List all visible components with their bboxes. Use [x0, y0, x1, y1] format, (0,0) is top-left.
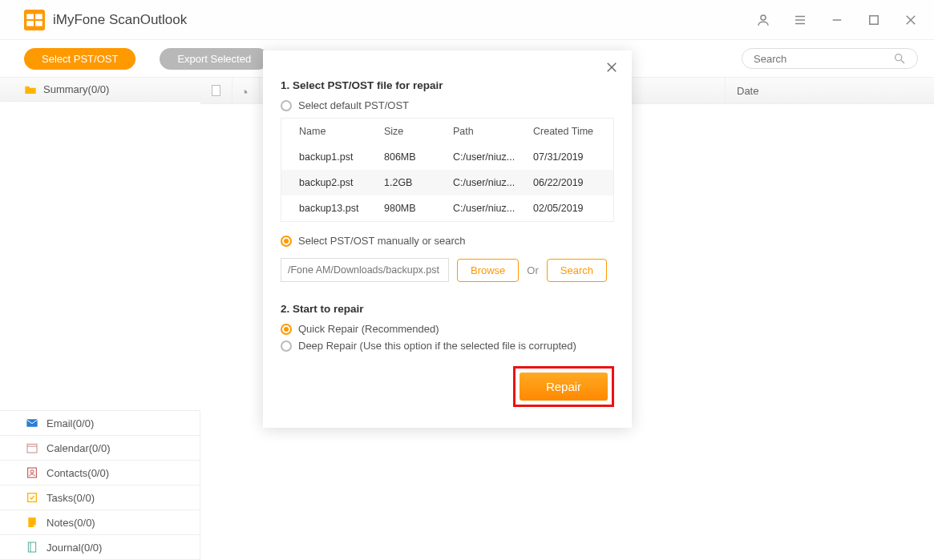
- user-icon[interactable]: [756, 13, 770, 27]
- cat-label: Calendar(0/0): [46, 442, 111, 454]
- header-date[interactable]: Date: [726, 78, 934, 103]
- tasks-icon: [26, 491, 38, 504]
- radio-icon: [281, 100, 292, 111]
- minimize-icon[interactable]: [830, 13, 844, 27]
- step2-title: 2. Start to repair: [281, 303, 614, 315]
- contacts-icon: [26, 466, 38, 479]
- close-icon[interactable]: [904, 13, 918, 27]
- step1-title: 1. Select PST/OST file for repair: [281, 79, 614, 91]
- header-attachment-icon: [232, 78, 260, 103]
- cat-calendar[interactable]: Calendar(0/0): [0, 436, 200, 461]
- cat-notes[interactable]: Notes(0/0): [0, 510, 200, 535]
- search-icon[interactable]: [893, 52, 906, 65]
- sidebar: Summary(0/0) Email(0/0) Calendar(0/0) Co…: [0, 77, 200, 560]
- cat-contacts[interactable]: Contacts(0/0): [0, 461, 200, 485]
- cat-label: Tasks(0/0): [46, 492, 95, 504]
- cat-email[interactable]: Email(0/0): [0, 411, 200, 436]
- journal-icon: [26, 541, 38, 554]
- cat-label: Notes(0/0): [46, 517, 95, 529]
- browse-button[interactable]: Browse: [457, 259, 519, 282]
- modal-close-icon[interactable]: [604, 60, 619, 75]
- radio-quick-label: Quick Repair (Recommended): [298, 323, 439, 335]
- svg-rect-0: [26, 14, 34, 19]
- cat-label: Contacts(0/0): [46, 467, 109, 479]
- notes-icon: [26, 516, 38, 529]
- svg-rect-14: [26, 419, 37, 426]
- cat-tasks[interactable]: Tasks(0/0): [0, 485, 200, 510]
- header-checkbox[interactable]: [200, 78, 232, 103]
- svg-rect-25: [28, 542, 35, 552]
- svg-rect-1: [35, 14, 42, 19]
- th-path: Path: [445, 119, 525, 144]
- radio-manual-pst[interactable]: Select PST/OST manually or search: [281, 235, 614, 247]
- titlebar: iMyFone ScanOutlook: [0, 0, 934, 40]
- app-logo-icon: [24, 10, 45, 30]
- cat-label: Journal(0/0): [46, 542, 102, 554]
- svg-rect-15: [27, 444, 37, 453]
- svg-rect-2: [26, 21, 34, 26]
- svg-rect-9: [870, 15, 879, 24]
- file-row[interactable]: backup2.pst 1.2GB C:/user/niuz... 06/22/…: [281, 170, 613, 195]
- maximize-icon[interactable]: [867, 13, 881, 27]
- repair-modal: 1. Select PST/OST file for repair Select…: [263, 50, 632, 428]
- radio-quick-repair[interactable]: Quick Repair (Recommended): [281, 323, 614, 335]
- svg-point-23: [30, 470, 34, 473]
- radio-icon: [281, 324, 292, 335]
- or-label: Or: [527, 264, 538, 276]
- radio-deep-label: Deep Repair (Use this option if the sele…: [298, 340, 576, 352]
- radio-icon: [281, 236, 292, 247]
- folder-icon: [24, 84, 37, 95]
- tree-summary[interactable]: Summary(0/0): [0, 77, 200, 102]
- radio-icon: [281, 340, 292, 352]
- search-box[interactable]: [742, 48, 918, 69]
- select-pst-button[interactable]: Select PST/OST: [24, 48, 135, 70]
- title-actions: [756, 13, 918, 27]
- radio-deep-repair[interactable]: Deep Repair (Use this option if the sele…: [281, 340, 614, 352]
- svg-rect-3: [35, 21, 42, 26]
- search-input[interactable]: [754, 53, 893, 65]
- radio-manual-label: Select PST/OST manually or search: [298, 235, 466, 247]
- th-size: Size: [376, 119, 445, 144]
- file-row[interactable]: backup13.pst 980MB C:/user/niuz... 02/05…: [281, 195, 613, 221]
- repair-highlight: Repair: [513, 366, 614, 407]
- svg-rect-24: [28, 494, 37, 502]
- file-table: Name Size Path Created Time backup1.pst …: [281, 118, 614, 222]
- svg-line-13: [901, 60, 904, 63]
- app-title: iMyFone ScanOutlook: [53, 12, 756, 28]
- radio-default-pst[interactable]: Select default PST/OST: [281, 99, 614, 111]
- svg-point-12: [896, 54, 902, 61]
- export-selected-button: Export Selected: [160, 48, 269, 70]
- file-table-header: Name Size Path Created Time: [281, 119, 613, 144]
- radio-default-label: Select default PST/OST: [298, 99, 409, 111]
- svg-point-4: [761, 15, 766, 20]
- cat-label: Email(0/0): [46, 417, 94, 429]
- path-input[interactable]: /Fone AM/Downloads/backupx.pst: [281, 258, 449, 282]
- th-name: Name: [281, 119, 376, 144]
- tree-summary-label: Summary(0/0): [43, 83, 109, 95]
- menu-icon[interactable]: [793, 13, 807, 27]
- tree: Summary(0/0): [0, 77, 200, 410]
- cat-journal[interactable]: Journal(0/0): [0, 535, 200, 559]
- repair-button[interactable]: Repair: [520, 373, 608, 401]
- svg-rect-22: [28, 468, 37, 477]
- path-row: /Fone AM/Downloads/backupx.pst Browse Or…: [281, 258, 614, 282]
- file-row[interactable]: backup1.pst 806MB C:/user/niuz... 07/31/…: [281, 144, 613, 170]
- calendar-icon: [26, 441, 38, 454]
- th-created: Created Time: [525, 119, 613, 144]
- search-button[interactable]: Search: [547, 259, 607, 282]
- category-list: Email(0/0) Calendar(0/0) Contacts(0/0) T…: [0, 410, 200, 560]
- email-icon: [26, 417, 38, 429]
